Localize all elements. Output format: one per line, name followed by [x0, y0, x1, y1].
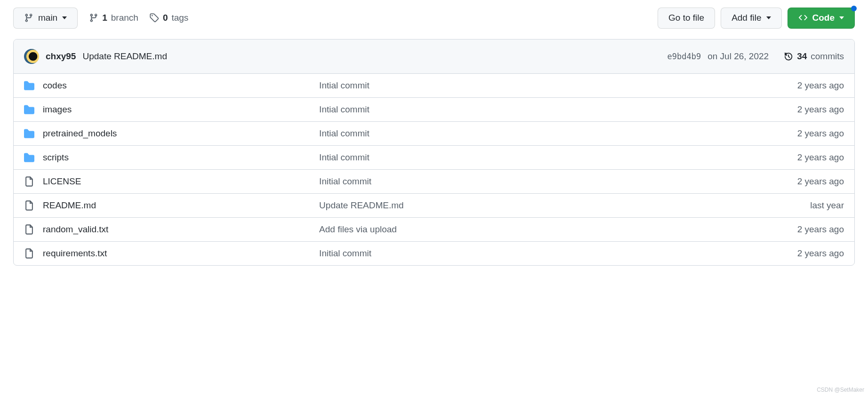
- go-to-file-button[interactable]: Go to file: [658, 8, 715, 29]
- file-row: README.mdUpdate README.mdlast year: [14, 193, 854, 217]
- file-name-link[interactable]: codes: [43, 80, 67, 91]
- add-file-label: Add file: [731, 13, 761, 24]
- repo-toolbar: main 1 branch 0 tags Go to file Add file: [13, 8, 855, 29]
- file-commit-age: 2 years ago: [680, 224, 844, 235]
- git-branch-icon: [24, 13, 33, 23]
- file-commit-message[interactable]: Intial commit: [319, 80, 680, 91]
- file-icon: [24, 200, 34, 211]
- file-row: codesIntial commit2 years ago: [14, 74, 854, 97]
- file-name-link[interactable]: pretrained_models: [43, 128, 117, 139]
- file-row: scriptsIntial commit2 years ago: [14, 145, 854, 169]
- folder-icon: [24, 152, 34, 163]
- code-icon: [798, 13, 808, 23]
- file-commit-message[interactable]: Intial commit: [319, 128, 680, 139]
- file-commit-message[interactable]: Initial commit: [319, 176, 680, 187]
- code-button[interactable]: Code: [788, 8, 855, 29]
- file-name-link[interactable]: requirements.txt: [43, 248, 107, 259]
- commit-hash[interactable]: e9bd4b9: [667, 52, 701, 61]
- tags-count: 0: [163, 13, 168, 23]
- file-name-link[interactable]: images: [43, 104, 72, 115]
- file-row: LICENSEInitial commit2 years ago: [14, 169, 854, 193]
- file-commit-message[interactable]: Initial commit: [319, 248, 680, 259]
- commit-date: on Jul 26, 2022: [707, 51, 769, 62]
- file-commit-message[interactable]: Intial commit: [319, 152, 680, 163]
- svg-point-0: [152, 15, 153, 16]
- caret-down-icon: [839, 16, 844, 19]
- file-row: imagesIntial commit2 years ago: [14, 97, 854, 121]
- file-commit-age: last year: [680, 200, 844, 211]
- file-commit-age: 2 years ago: [680, 152, 844, 163]
- go-to-file-label: Go to file: [668, 13, 704, 24]
- file-icon: [24, 224, 34, 235]
- file-icon: [24, 176, 34, 187]
- file-commit-age: 2 years ago: [680, 176, 844, 187]
- add-file-button[interactable]: Add file: [721, 8, 781, 29]
- code-label: Code: [812, 13, 835, 24]
- file-commit-age: 2 years ago: [680, 128, 844, 139]
- folder-icon: [24, 80, 34, 91]
- caret-down-icon: [766, 16, 771, 19]
- commits-count: 34: [797, 51, 807, 62]
- commit-message[interactable]: Update README.md: [82, 51, 167, 62]
- notification-dot-icon: [851, 6, 857, 11]
- branch-selector-button[interactable]: main: [13, 8, 78, 29]
- file-name-cell: random_valid.txt: [24, 224, 319, 235]
- history-icon: [784, 52, 793, 61]
- tags-link[interactable]: 0 tags: [150, 13, 189, 23]
- toolbar-left: main 1 branch 0 tags: [13, 8, 648, 29]
- file-name-cell: pretrained_models: [24, 128, 319, 139]
- caret-down-icon: [62, 16, 67, 19]
- branch-name: main: [38, 13, 57, 24]
- toolbar-right: Go to file Add file Code: [658, 8, 855, 29]
- tags-word: tags: [171, 13, 188, 23]
- branches-count: 1: [102, 13, 107, 23]
- file-commit-age: 2 years ago: [680, 104, 844, 115]
- commits-link[interactable]: 34 commits: [784, 51, 844, 62]
- file-rows: codesIntial commit2 years agoimagesIntia…: [14, 74, 854, 265]
- file-commit-age: 2 years ago: [680, 248, 844, 259]
- file-icon: [24, 248, 34, 259]
- commits-word: commits: [811, 51, 844, 62]
- file-name-cell: LICENSE: [24, 176, 319, 187]
- file-name-cell: codes: [24, 80, 319, 91]
- git-branch-icon: [89, 13, 98, 23]
- file-commit-message[interactable]: Add files via upload: [319, 224, 680, 235]
- file-name-link[interactable]: random_valid.txt: [43, 224, 108, 235]
- folder-icon: [24, 104, 34, 115]
- file-name-cell: README.md: [24, 200, 319, 211]
- file-name-cell: images: [24, 104, 319, 115]
- file-row: random_valid.txtAdd files via upload2 ye…: [14, 217, 854, 241]
- file-name-cell: requirements.txt: [24, 248, 319, 259]
- file-commit-message[interactable]: Update README.md: [319, 200, 680, 211]
- latest-commit-bar: chxy95 Update README.md e9bd4b9 on Jul 2…: [14, 40, 854, 74]
- file-row: requirements.txtInitial commit2 years ag…: [14, 241, 854, 265]
- avatar[interactable]: [24, 49, 39, 64]
- file-name-cell: scripts: [24, 152, 319, 163]
- branches-link[interactable]: 1 branch: [89, 13, 138, 23]
- file-row: pretrained_modelsIntial commit2 years ag…: [14, 121, 854, 145]
- file-list-panel: chxy95 Update README.md e9bd4b9 on Jul 2…: [13, 39, 855, 266]
- commit-author[interactable]: chxy95: [46, 51, 76, 62]
- file-commit-message[interactable]: Intial commit: [319, 104, 680, 115]
- folder-icon: [24, 128, 34, 139]
- branches-word: branch: [111, 13, 138, 23]
- file-commit-age: 2 years ago: [680, 80, 844, 91]
- file-name-link[interactable]: scripts: [43, 152, 69, 163]
- file-name-link[interactable]: README.md: [43, 200, 96, 211]
- file-name-link[interactable]: LICENSE: [43, 176, 81, 187]
- tag-icon: [150, 13, 159, 23]
